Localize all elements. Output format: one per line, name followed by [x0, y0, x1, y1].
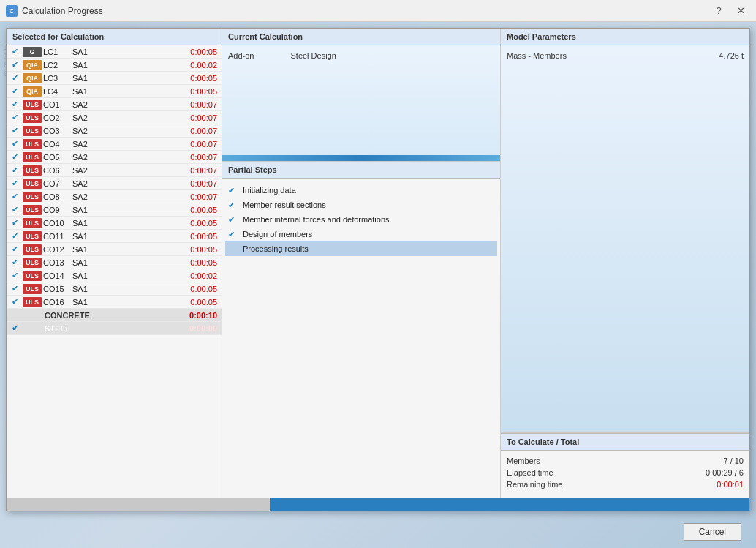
list-row[interactable]: ✔ ULS CO1 SA2 0:00:07 — [7, 98, 222, 111]
list-row[interactable]: ✔ ULS CO5 SA2 0:00:07 — [7, 151, 222, 164]
background-area: 1100001001101001101001100001001101001101… — [0, 22, 756, 548]
sa-name: SA2 — [72, 113, 96, 122]
list-row[interactable]: ✔ G LC1 SA1 0:00:05 — [7, 45, 222, 59]
step-check-icon: ✔ — [228, 230, 238, 239]
sa-name: SA1 — [72, 206, 96, 214]
group-label: STEEL — [42, 324, 131, 333]
list-row[interactable]: ✔ ULS CO3 SA2 0:00:07 — [7, 124, 222, 138]
to-calc-header: To Calculate / Total — [501, 433, 749, 451]
close-button[interactable]: ✕ — [731, 4, 750, 18]
lc-name: CO4 — [43, 140, 72, 149]
check-icon: ✔ — [8, 60, 21, 70]
bottom-area: Cancel — [684, 523, 741, 541]
list-row[interactable]: ✔ ULS CO7 SA2 0:00:07 — [7, 177, 222, 190]
sa-name: SA1 — [72, 219, 96, 228]
help-button[interactable]: ? — [709, 4, 728, 18]
to-calc-row: Elapsed time 0:00:29 / 6 — [507, 468, 744, 477]
list-row[interactable]: ✔ ULS CO4 SA2 0:00:07 — [7, 138, 222, 151]
type-badge: ULS — [23, 231, 42, 241]
step-row: ✔ Initializing data — [228, 183, 494, 198]
list-row[interactable]: ✔ ULS CO6 SA2 0:00:07 — [7, 164, 222, 177]
sa-name: SA2 — [72, 166, 96, 175]
time-value: 0:00:05 — [96, 245, 220, 254]
sa-name: SA1 — [72, 48, 96, 56]
list-row[interactable]: ✔ QIA LC4 SA1 0:00:05 — [7, 85, 222, 98]
type-badge: QIA — [23, 86, 42, 97]
sa-name: SA2 — [72, 153, 96, 162]
time-value: 0:00:05 — [96, 232, 220, 241]
right-panel: Model Parameters Mass - Members 4.726 t … — [501, 29, 749, 498]
group-time: 0:00:10 — [131, 311, 220, 320]
type-badge: QIA — [23, 60, 42, 70]
list-row[interactable]: ✔ ULS CO10 SA1 0:00:05 — [7, 217, 222, 230]
lc-name: CO16 — [43, 298, 72, 307]
calc-row-addon: Add-on Steel Design — [228, 51, 336, 149]
app-icon: C — [6, 5, 18, 17]
sa-name: SA1 — [72, 258, 96, 267]
list-row[interactable]: ✔ ULS CO2 SA2 0:00:07 — [7, 111, 222, 124]
time-value: 0:00:02 — [96, 271, 220, 280]
lc-name: LC1 — [43, 48, 72, 56]
sa-name: SA1 — [72, 245, 96, 254]
steps-content: ✔ Initializing data ✔ Member result sect… — [222, 179, 500, 498]
check-icon: ✔ — [8, 284, 21, 293]
check-icon: ✔ — [8, 271, 21, 280]
title-bar: C Calculation Progress ? ✕ — [0, 0, 756, 22]
list-row[interactable]: ✔ QIA LC3 SA1 0:00:05 — [7, 72, 222, 85]
left-panel-header: Selected for Calculation — [7, 29, 222, 45]
tc-val: 7 / 10 — [723, 457, 744, 465]
tc-key: Members — [507, 457, 540, 465]
tc-key: Remaining time — [507, 480, 562, 489]
step-label: Design of members — [243, 230, 312, 239]
check-icon: ✔ — [8, 47, 21, 56]
time-value: 0:00:07 — [96, 166, 220, 175]
type-badge: ULS — [23, 139, 42, 149]
list-row[interactable]: ✔ ULS CO13 SA1 0:00:05 — [7, 256, 222, 269]
left-panel: Selected for Calculation ✔ G LC1 SA1 0:0… — [7, 29, 222, 498]
step-label: Initializing data — [243, 186, 296, 195]
list-row[interactable]: ✔ ULS CO12 SA1 0:00:05 — [7, 243, 222, 256]
sa-name: SA2 — [72, 100, 96, 109]
list-row[interactable]: ✔ ULS CO16 SA1 0:00:05 — [7, 296, 222, 309]
group-time: 0:00:00 — [131, 324, 220, 333]
cancel-button[interactable]: Cancel — [684, 523, 741, 541]
model-params-header: Model Parameters — [501, 29, 749, 45]
list-row[interactable]: ✔ ULS CO8 SA2 0:00:07 — [7, 190, 222, 203]
check-icon: ✔ — [8, 165, 21, 175]
step-row: ✔ Design of members — [228, 227, 494, 241]
list-row[interactable]: ✔ ULS CO11 SA1 0:00:05 — [7, 230, 222, 243]
calc-list[interactable]: ✔ G LC1 SA1 0:00:05 ✔ QIA LC2 SA1 0:00:0… — [7, 45, 222, 498]
type-badge: ULS — [23, 271, 42, 281]
time-value: 0:00:05 — [96, 206, 220, 214]
check-icon: ✔ — [8, 231, 21, 241]
lc-name: CO11 — [43, 232, 72, 241]
check-icon: ✔ — [8, 323, 21, 333]
lc-name: CO14 — [43, 271, 72, 280]
type-badge: ULS — [23, 297, 42, 307]
lc-name: CO8 — [43, 192, 72, 201]
lc-name: CO13 — [43, 258, 72, 267]
concrete-group-row[interactable]: CONCRETE 0:00:10 — [7, 309, 222, 322]
time-value: 0:00:05 — [96, 74, 220, 83]
to-calc-row: Remaining time 0:00:01 — [507, 480, 744, 489]
list-row[interactable]: ✔ QIA LC2 SA1 0:00:02 — [7, 59, 222, 72]
list-row[interactable]: ✔ ULS CO9 SA1 0:00:05 — [7, 203, 222, 217]
type-badge: ULS — [23, 205, 42, 215]
type-badge: ULS — [23, 244, 42, 255]
check-icon: ✔ — [8, 86, 21, 96]
lc-name: CO5 — [43, 153, 72, 162]
steel-group-row[interactable]: ✔ STEEL 0:00:00 — [7, 322, 222, 335]
sa-name: SA2 — [72, 179, 96, 188]
time-value: 0:00:05 — [96, 285, 220, 293]
current-calc-section: Current Calculation Add-on Steel Design — [222, 29, 500, 162]
tc-key: Elapsed time — [507, 468, 553, 477]
lc-name: CO1 — [43, 100, 72, 109]
list-row[interactable]: ✔ ULS CO14 SA1 0:00:02 — [7, 269, 222, 282]
lc-name: CO2 — [43, 113, 72, 122]
tc-val: 0:00:01 — [717, 480, 744, 489]
list-row[interactable]: ✔ ULS CO15 SA1 0:00:05 — [7, 282, 222, 296]
time-value: 0:00:05 — [96, 298, 220, 307]
lc-name: CO9 — [43, 206, 72, 214]
type-badge: ULS — [23, 284, 42, 294]
model-val: 4.726 t — [719, 51, 744, 60]
